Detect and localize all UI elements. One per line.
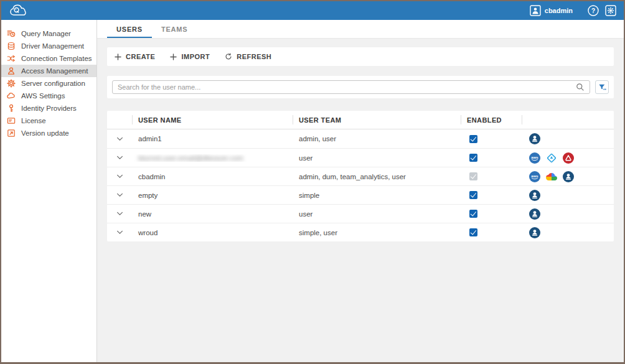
query-manager-icon: [7, 29, 16, 38]
toolbar-button-label: IMPORT: [181, 53, 210, 60]
user-name: cbadmin: [545, 7, 573, 14]
table-row[interactable]: newuser: [107, 204, 614, 223]
server-configuration-icon: [7, 79, 16, 88]
local-user-icon: [529, 190, 540, 201]
table-row[interactable]: emptysimple: [107, 185, 614, 204]
filter-button[interactable]: [595, 80, 609, 94]
search-input[interactable]: [118, 83, 576, 91]
user-team-cell: simple, user: [293, 229, 461, 236]
sidebar-item-label: AWS Settings: [21, 92, 65, 100]
table-row[interactable]: cbadminadmin, dum, team_analytics, usera…: [107, 167, 614, 185]
sidebar-item-label: Query Manager: [21, 30, 71, 37]
user-name-cell: admin1: [138, 135, 162, 142]
table-row[interactable]: wroudsimple, user: [107, 223, 614, 241]
license-icon: [7, 116, 16, 125]
sidebar: Query ManagerDriver ManagementConnection…: [1, 20, 97, 362]
tab-users[interactable]: USERS: [107, 20, 152, 38]
user-name-cell: blurred.user.email@dbeaver.com: [138, 154, 243, 162]
content-area: CREATEIMPORTREFRESH: [97, 39, 624, 362]
sidebar-item-driver-management[interactable]: Driver Management: [1, 40, 96, 52]
user-name-cell: cbadmin: [138, 173, 165, 180]
sidebar-item-identity-providers[interactable]: Identity Providers: [1, 102, 96, 114]
column-header-enabled: ENABLED: [461, 111, 522, 129]
google-cloud-icon: [546, 171, 557, 182]
main-panel: USERSTEAMS CREATEIMPORTREFRESH: [97, 20, 624, 362]
sidebar-item-label: Driver Management: [21, 42, 84, 50]
column-header-user-team: USER TEAM: [293, 111, 461, 129]
row-expand-chevron-icon[interactable]: [107, 230, 132, 235]
svg-text:aws: aws: [531, 174, 538, 177]
cloudbeaver-logo-icon: [9, 1, 30, 20]
local-user-icon: [563, 171, 574, 182]
tab-teams[interactable]: TEAMS: [152, 20, 197, 38]
user-name-cell: new: [138, 210, 151, 218]
enabled-checkbox[interactable]: [469, 135, 477, 143]
user-name-cell: wroud: [138, 229, 157, 236]
sidebar-item-label: Connection Templates: [21, 55, 92, 62]
aws-settings-icon: [7, 91, 16, 100]
refresh-button[interactable]: REFRESH: [225, 53, 271, 60]
table-body: admin1admin, userblurred.user.email@dbea…: [107, 129, 614, 241]
sidebar-item-label: License: [21, 117, 46, 124]
row-expand-chevron-icon[interactable]: [107, 193, 132, 197]
search-bar: [107, 76, 614, 98]
header-expander-column: [107, 111, 132, 129]
enabled-checkbox[interactable]: [469, 210, 477, 218]
plus-icon: [115, 54, 121, 60]
user-menu[interactable]: cbadmin: [530, 5, 573, 16]
header-icons-column: [522, 111, 614, 129]
settings-button[interactable]: [604, 4, 618, 17]
import-button[interactable]: IMPORT: [170, 53, 210, 60]
search-icon: [576, 83, 585, 91]
red-idp-icon: [563, 152, 574, 164]
sidebar-item-version-update[interactable]: Version update: [1, 127, 96, 139]
sidebar-item-aws-settings[interactable]: AWS Settings: [1, 90, 96, 102]
auth-providers-cell: [522, 133, 614, 144]
auth-providers-cell: aws: [522, 171, 614, 182]
sidebar-item-label: Version update: [21, 129, 69, 137]
azure-ad-icon: [546, 152, 557, 164]
user-team-cell: user: [293, 154, 461, 162]
auth-providers-cell: aws: [522, 152, 614, 164]
user-team-cell: user: [293, 210, 461, 218]
aws-icon: aws: [529, 152, 540, 164]
enabled-checkbox[interactable]: [469, 191, 477, 199]
row-expand-chevron-icon[interactable]: [107, 174, 132, 179]
create-button[interactable]: CREATE: [115, 53, 155, 60]
local-user-icon: [529, 208, 540, 220]
app-window: cbadmin ? Query ManagerDriver Management…: [0, 0, 625, 364]
user-badge-icon: [530, 5, 541, 16]
user-team-cell: admin, dum, team_analytics, user: [293, 173, 461, 180]
sidebar-item-server-configuration[interactable]: Server configuration: [1, 77, 96, 90]
row-expand-chevron-icon[interactable]: [107, 156, 132, 160]
table-header-row: USER NAMEUSER TEAMENABLED: [107, 111, 614, 129]
enabled-checkbox[interactable]: [469, 228, 477, 236]
auth-providers-cell: [522, 190, 614, 201]
auth-providers-cell: [522, 227, 614, 238]
row-expand-chevron-icon[interactable]: [107, 212, 132, 216]
sidebar-item-query-manager[interactable]: Query Manager: [1, 27, 96, 40]
refresh-icon: [225, 53, 232, 60]
sidebar-item-license[interactable]: License: [1, 114, 96, 127]
version-update-icon: [7, 129, 16, 138]
user-name-cell: empty: [138, 192, 157, 199]
sidebar-item-access-management[interactable]: Access Management: [1, 65, 96, 77]
sidebar-item-label: Server configuration: [21, 80, 85, 87]
driver-management-icon: [7, 42, 16, 50]
table-row[interactable]: admin1admin, user: [107, 129, 614, 148]
table-row[interactable]: blurred.user.email@dbeaver.comuseraws: [107, 148, 614, 167]
help-button[interactable]: ?: [586, 4, 600, 17]
local-user-icon: [529, 227, 540, 238]
identity-providers-icon: [7, 104, 16, 113]
enabled-checkbox[interactable]: [469, 154, 477, 162]
toolbar-button-label: CREATE: [126, 53, 155, 60]
sidebar-item-connection-templates[interactable]: Connection Templates: [1, 52, 96, 65]
search-input-wrap: [112, 80, 590, 94]
toolbar: CREATEIMPORTREFRESH: [107, 47, 614, 66]
plus-icon: [170, 54, 177, 60]
auth-providers-cell: [522, 208, 614, 220]
row-expand-chevron-icon[interactable]: [107, 137, 132, 141]
sidebar-item-label: Access Management: [21, 67, 88, 75]
toolbar-button-label: REFRESH: [237, 53, 271, 60]
local-user-icon: [529, 133, 540, 144]
